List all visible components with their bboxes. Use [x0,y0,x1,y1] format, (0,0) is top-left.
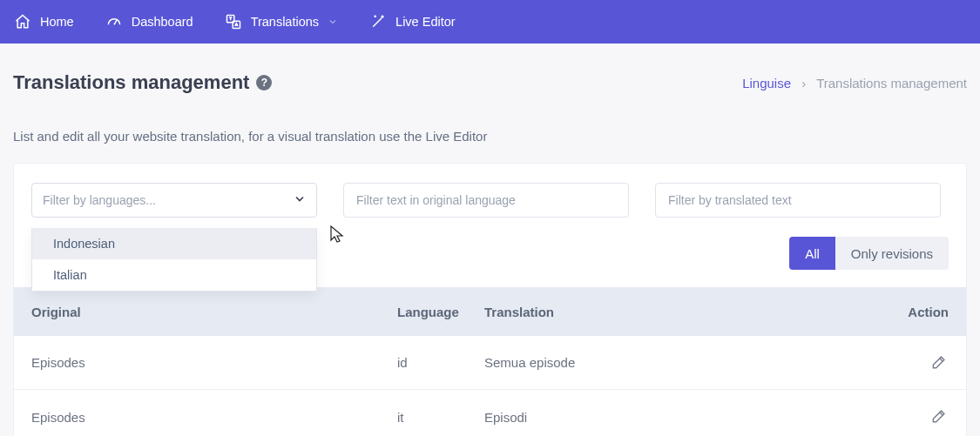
nav-live-editor-label: Live Editor [395,15,456,29]
home-icon [14,13,31,30]
th-original: Original [31,305,397,319]
nav-translations-label: Translations [251,15,319,29]
translations-table: Original Language Translation Action Epi… [14,287,966,436]
translate-icon [225,13,242,30]
original-text-filter[interactable] [343,183,629,218]
edit-button[interactable] [929,352,949,372]
nav-live-editor[interactable]: Live Editor [366,8,459,36]
th-translation: Translation [484,305,879,319]
filter-panel: Indonesian Italian All Only revisions Or… [13,163,967,436]
table-row: Episodes it Episodi [14,390,966,436]
breadcrumb-current: Translations management [816,76,967,91]
table-row: Episodes id Semua episode [14,336,966,390]
page-title: Translations management ? [13,71,272,94]
cell-language: it [397,410,484,425]
chevron-down-icon [328,17,338,27]
cell-original: Episodes [31,355,397,370]
th-language: Language [397,305,484,319]
nav-translations[interactable]: Translations [221,8,341,36]
nav-dashboard-label: Dashboard [132,15,193,29]
nav-home[interactable]: Home [10,8,78,36]
wand-icon [369,13,387,30]
cell-translation: Episodi [484,410,879,425]
language-option-indonesian[interactable]: Indonesian [32,228,316,259]
breadcrumb: Linguise › Translations management [742,76,967,91]
nav-dashboard[interactable]: Dashboard [102,8,197,36]
page-title-text: Translations management [13,71,249,94]
top-nav: Home Dashboard Translations Live Editor [0,0,980,44]
revision-toggle: All Only revisions [789,237,949,270]
language-filter[interactable] [31,183,317,218]
language-dropdown: Indonesian Italian [31,228,317,292]
th-action: Action [879,305,949,319]
breadcrumb-root[interactable]: Linguise [742,76,791,91]
page-subtitle: List and edit all your website translati… [13,129,967,144]
language-option-italian[interactable]: Italian [32,259,316,291]
help-icon[interactable]: ? [256,75,272,91]
cell-translation: Semua episode [484,355,879,370]
translated-text-filter[interactable] [655,183,941,218]
cell-language: id [397,355,484,370]
chevron-right-icon: › [801,76,806,91]
toggle-revisions[interactable]: Only revisions [835,237,949,270]
language-filter-input[interactable] [31,183,317,218]
edit-button[interactable] [929,406,949,426]
nav-home-label: Home [40,15,74,29]
cell-original: Episodes [31,410,397,425]
toggle-all[interactable]: All [789,237,835,270]
table-header: Original Language Translation Action [14,287,966,336]
gauge-icon [105,13,123,30]
